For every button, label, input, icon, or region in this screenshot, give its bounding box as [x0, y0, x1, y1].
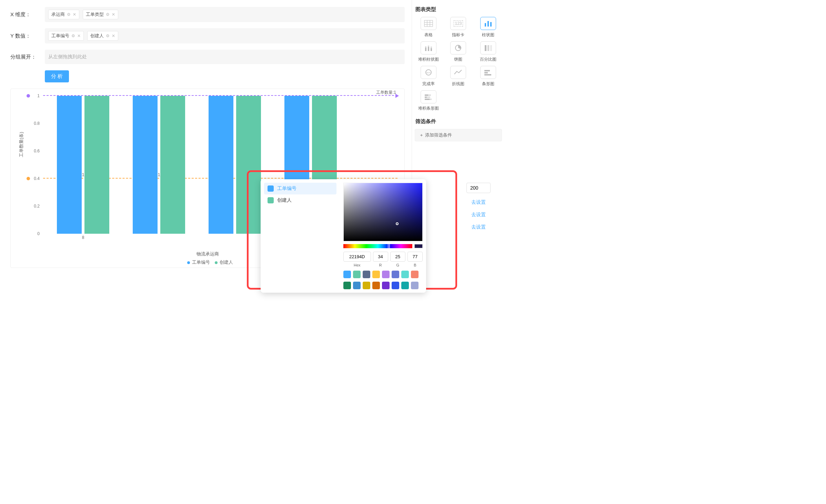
chart-type-button[interactable] — [480, 41, 496, 54]
chart-type-stackhbar: 堆积条形图 — [415, 90, 442, 111]
chart-type-table: 表格 — [415, 17, 442, 38]
bar-label: 1 — [133, 172, 185, 177]
g-input[interactable] — [390, 252, 405, 262]
preset-swatch[interactable] — [353, 271, 361, 278]
chart-type-button[interactable] — [421, 41, 436, 54]
svg-rect-8 — [425, 48, 426, 51]
reference-dot-icon — [27, 177, 30, 180]
chart-type-button[interactable]: 123 — [450, 17, 466, 30]
x-tag[interactable]: 工单类型 ⚙ ✕ — [83, 10, 118, 19]
numeric-input[interactable] — [466, 183, 491, 193]
preset-swatch[interactable] — [382, 271, 390, 278]
x-dimension-body[interactable]: 承运商 ⚙ ✕ 工单类型 ⚙ ✕ — [45, 7, 405, 22]
svg-rect-27 — [425, 99, 430, 100]
tag-text: 承运商 — [51, 11, 65, 18]
hue-slider[interactable] — [343, 244, 412, 248]
svg-rect-13 — [431, 47, 432, 48]
svg-rect-7 — [490, 22, 492, 27]
series-item[interactable]: 创建人 — [264, 194, 336, 206]
preset-swatch[interactable] — [392, 271, 399, 278]
chart-type-button[interactable] — [450, 41, 466, 54]
hue-cursor-icon — [388, 243, 390, 249]
preset-swatch[interactable] — [401, 282, 409, 289]
close-icon[interactable]: ✕ — [73, 12, 76, 17]
close-icon[interactable]: ✕ — [77, 33, 81, 38]
svg-rect-17 — [490, 45, 492, 51]
chart-type-button[interactable] — [450, 66, 466, 79]
y-ticks: 00.20.40.60.81 — [28, 96, 42, 234]
gear-icon[interactable]: ⚙ — [67, 12, 71, 17]
svg-rect-5 — [485, 23, 486, 27]
close-icon[interactable]: ✕ — [112, 12, 115, 17]
preset-swatch[interactable] — [411, 282, 419, 289]
chart-type-label: 堆积柱状图 — [415, 57, 442, 62]
svg-rect-9 — [425, 46, 426, 48]
close-icon[interactable]: ✕ — [112, 33, 115, 38]
tag-text: 工单编号 — [51, 33, 69, 39]
legend-item[interactable]: 工单编号 — [192, 260, 210, 265]
bar[interactable] — [133, 96, 158, 234]
b-input[interactable] — [407, 252, 423, 262]
x-dimension-row: X 维度： 承运商 ⚙ ✕ 工单类型 ⚙ ✕ — [10, 7, 405, 22]
filter-title: 筛选条件 — [415, 118, 502, 125]
bar[interactable] — [160, 96, 185, 234]
go-setting-link[interactable]: 去设置 — [471, 224, 486, 230]
preset-swatch[interactable] — [343, 271, 351, 278]
series-label: 创建人 — [277, 197, 292, 203]
gear-icon[interactable]: ⚙ — [71, 33, 75, 38]
y-value-body[interactable]: 工单编号 ⚙ ✕ 创建人 ⚙ ✕ — [45, 28, 405, 43]
x-tag[interactable]: 承运商 ⚙ ✕ — [48, 10, 79, 19]
y-tag[interactable]: 工单编号 ⚙ ✕ — [48, 31, 84, 41]
preset-swatch[interactable] — [392, 282, 399, 289]
bar[interactable] — [57, 96, 82, 234]
bar[interactable] — [84, 96, 109, 234]
preset-swatch[interactable] — [401, 271, 409, 278]
r-input[interactable] — [373, 252, 388, 262]
svg-rect-10 — [428, 47, 429, 51]
svg-rect-20 — [484, 70, 490, 71]
bar[interactable] — [209, 96, 233, 234]
preset-swatch[interactable] — [411, 271, 419, 278]
chart-type-label: 完成率 — [415, 81, 442, 87]
go-setting-link[interactable]: 去设置 — [471, 212, 486, 217]
hex-input[interactable] — [343, 252, 371, 262]
preset-swatch[interactable] — [363, 271, 370, 278]
gear-icon[interactable]: ⚙ — [106, 33, 110, 38]
preset-swatch[interactable] — [353, 282, 361, 289]
group-body[interactable]: 从左侧拖拽到此处 — [45, 50, 405, 64]
gear-icon[interactable]: ⚙ — [106, 12, 110, 17]
analyze-button[interactable]: 分 析 — [45, 70, 69, 82]
series-list: 工单编号 创建人 — [261, 179, 340, 290]
sv-cursor-icon — [396, 222, 399, 225]
legend-item[interactable]: 创建人 — [220, 260, 233, 265]
preset-swatch[interactable] — [372, 271, 380, 278]
color-picker-popup: 工单编号 创建人 Hex R G — [261, 179, 426, 290]
chart-type-button[interactable]: 90% — [421, 66, 436, 79]
reference-label: 工单数量:1 — [376, 90, 396, 95]
chart-type-grid: 表格123指标卡柱状图堆积柱状图饼图百分比图90%完成率折线图条形图堆积条形图 — [415, 17, 502, 111]
preset-swatch[interactable] — [372, 282, 380, 289]
current-color-preview — [414, 244, 423, 248]
svg-rect-24 — [428, 94, 431, 96]
r-label: R — [373, 263, 388, 267]
bar-group: 1 — [133, 96, 185, 234]
add-filter-button[interactable]: ＋ 添加筛选条件 — [415, 129, 502, 141]
preset-swatch[interactable] — [382, 282, 390, 289]
preset-swatch[interactable] — [343, 282, 351, 289]
chart-type-button[interactable] — [421, 90, 436, 103]
preset-swatch[interactable] — [363, 282, 370, 289]
chart-type-button[interactable] — [421, 17, 436, 30]
y-tag[interactable]: 创建人 ⚙ ✕ — [87, 31, 118, 41]
y-value-label: Y 数值： — [10, 33, 45, 39]
saturation-value-picker[interactable] — [343, 183, 423, 241]
g-label: G — [390, 263, 405, 267]
y-value-row: Y 数值： 工单编号 ⚙ ✕ 创建人 ⚙ ✕ — [10, 28, 405, 43]
chart-type-pie: 饼图 — [444, 41, 472, 62]
chart-type-button[interactable] — [480, 17, 496, 30]
svg-rect-12 — [431, 48, 432, 51]
svg-rect-28 — [430, 99, 432, 100]
series-item[interactable]: 工单编号 — [264, 183, 336, 194]
go-setting-link[interactable]: 去设置 — [471, 199, 486, 205]
chart-type-label: 条形图 — [474, 81, 502, 87]
chart-type-button[interactable] — [480, 66, 496, 79]
